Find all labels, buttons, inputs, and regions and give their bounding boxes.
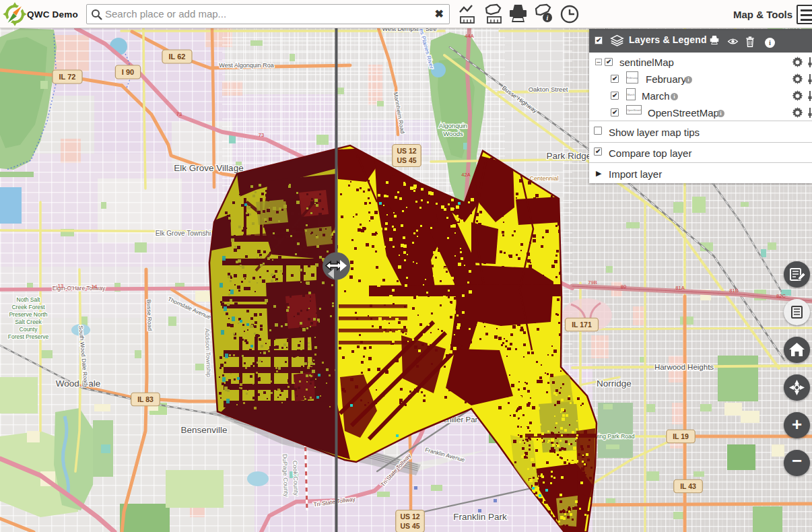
- svg-text:Forest Preserve: Forest Preserve: [8, 333, 49, 340]
- svg-text:Franklin Park: Franklin Park: [453, 512, 507, 522]
- svg-text:US 12: US 12: [397, 147, 416, 155]
- svg-text:42A: 42A: [461, 172, 470, 178]
- svg-text:I 90: I 90: [122, 68, 134, 76]
- svg-text:Park Ridge: Park Ridge: [547, 151, 592, 161]
- svg-text:Wood Dale: Wood Dale: [56, 378, 101, 389]
- svg-text:i: i: [769, 39, 771, 46]
- svg-text:Bensenville: Bensenville: [180, 425, 227, 435]
- svg-text:Algonquin: Algonquin: [439, 122, 467, 129]
- svg-text:Preserve North: Preserve North: [9, 311, 47, 318]
- svg-text:US 45: US 45: [400, 522, 419, 530]
- svg-text:IL 43: IL 43: [680, 482, 696, 490]
- svg-text:IL 19: IL 19: [673, 432, 689, 440]
- svg-text:IL 83: IL 83: [137, 395, 154, 403]
- svg-text:73: 73: [176, 111, 182, 117]
- svg-text:rving Park Road: rving Park Road: [594, 433, 635, 440]
- svg-text:81B: 81B: [729, 288, 738, 294]
- svg-text:44A: 44A: [465, 33, 473, 39]
- svg-text:82C: 82C: [776, 293, 786, 299]
- svg-text:Creek Forest: Creek Forest: [11, 304, 45, 310]
- svg-text:13: 13: [58, 283, 63, 289]
- svg-text:80: 80: [621, 284, 626, 290]
- svg-text:Elk Grove Townshi: Elk Grove Townshi: [156, 230, 211, 237]
- svg-text:81A: 81A: [675, 285, 684, 291]
- svg-text:i: i: [547, 14, 549, 22]
- svg-text:Cook County: Cook County: [292, 461, 300, 496]
- svg-text:14: 14: [92, 284, 97, 290]
- svg-text:Salt Creek: Salt Creek: [15, 319, 42, 325]
- svg-text:Noth Salt: Noth Salt: [17, 296, 41, 303]
- svg-text:Oakton Street: Oakton Street: [529, 86, 568, 93]
- svg-text:IL 72: IL 72: [59, 73, 76, 81]
- svg-text:US 45: US 45: [397, 156, 416, 164]
- svg-text:73: 73: [259, 132, 264, 138]
- svg-text:Elk Grove Village: Elk Grove Village: [174, 163, 243, 173]
- svg-text:US 12: US 12: [400, 512, 419, 521]
- svg-text:Centennial: Centennial: [529, 175, 558, 182]
- svg-text:Norridge: Norridge: [597, 378, 632, 389]
- svg-text:Busse Road: Busse Road: [145, 300, 154, 331]
- svg-text:Woods: Woods: [443, 130, 463, 137]
- svg-text:Harwood Heights: Harwood Heights: [654, 363, 714, 371]
- svg-text:West Algonquin Roa: West Algonquin Roa: [219, 62, 273, 69]
- svg-text:IL 62: IL 62: [169, 53, 186, 61]
- svg-text:County: County: [20, 326, 38, 333]
- svg-text:79B: 79B: [588, 279, 597, 286]
- svg-text:IL 171: IL 171: [572, 321, 592, 329]
